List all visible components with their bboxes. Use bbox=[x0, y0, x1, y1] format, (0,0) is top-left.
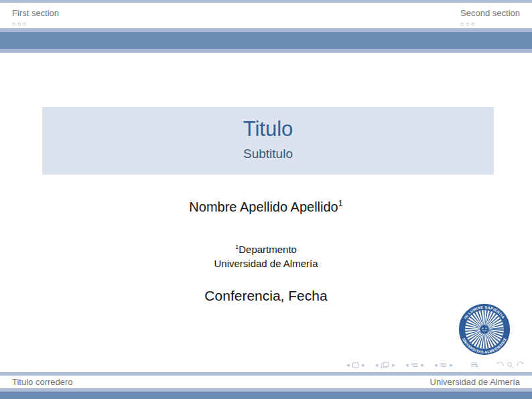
header-bottom-bar bbox=[0, 49, 532, 53]
department-line: 1Departmento bbox=[0, 240, 532, 256]
nav-frame-group: ◂ ▸ bbox=[374, 362, 397, 369]
author-line: Nombre Apellido Apellido1 bbox=[0, 199, 532, 215]
seal-sun-eye-left bbox=[482, 328, 484, 329]
title-block: Titulo Subtitulo bbox=[42, 107, 494, 175]
appendix-icon[interactable] bbox=[470, 362, 478, 368]
nav-subsection-group: ◂ ▸ bbox=[404, 362, 425, 368]
slide-subtitle: Subtitulo bbox=[42, 141, 494, 161]
conference-date-line: Conferencia, Fecha bbox=[0, 288, 532, 304]
section-link-second[interactable]: Second section bbox=[460, 8, 520, 19]
next-section-arrow-icon[interactable]: ▸ bbox=[448, 362, 454, 368]
search-icon[interactable] bbox=[507, 362, 514, 369]
footer-bottom-bar bbox=[0, 392, 532, 399]
nav-history-group bbox=[494, 362, 526, 369]
frame-icon[interactable] bbox=[381, 362, 389, 369]
redo-icon[interactable] bbox=[517, 362, 525, 369]
next-frame-arrow-icon[interactable]: ▸ bbox=[391, 362, 397, 368]
section-icon[interactable] bbox=[440, 362, 447, 368]
university-line: Universidad de Almería bbox=[0, 256, 532, 270]
header-navigation-strip: First section ○○○ Second section ○○○ bbox=[0, 3, 532, 28]
institute-block: 1Departmento Universidad de Almería bbox=[0, 240, 532, 270]
department-name: Departmento bbox=[239, 244, 297, 255]
header-main-bar bbox=[0, 32, 532, 49]
beamer-navigation-bar: ◂ ▸ ◂ ▸ ◂ ▸ ◂ ▸ bbox=[338, 360, 526, 370]
prev-frame-arrow-icon[interactable]: ◂ bbox=[374, 362, 380, 368]
next-slide-arrow-icon[interactable]: ▸ bbox=[360, 362, 367, 368]
author-name: Nombre Apellido Apellido bbox=[189, 200, 338, 214]
subsection-icon[interactable] bbox=[411, 362, 418, 368]
section-link-first[interactable]: First section bbox=[12, 8, 59, 19]
prev-section-arrow-icon[interactable]: ◂ bbox=[433, 362, 439, 368]
slide-icon[interactable] bbox=[352, 362, 359, 368]
slide-title: Titulo bbox=[42, 107, 494, 141]
nav-appendix-group bbox=[469, 362, 480, 368]
footer-short-title: Titulo corredero bbox=[12, 376, 73, 388]
nav-section-group: ◂ ▸ bbox=[433, 362, 454, 368]
nav-slide-group: ◂ ▸ bbox=[345, 362, 367, 368]
author-footnote-marker: 1 bbox=[338, 199, 343, 208]
next-subsection-arrow-icon[interactable]: ▸ bbox=[419, 362, 425, 368]
slide-canvas: First section ○○○ Second section ○○○ Tit… bbox=[0, 0, 532, 399]
header-section-second: Second section ○○○ bbox=[460, 8, 520, 27]
prev-subsection-arrow-icon[interactable]: ◂ bbox=[404, 362, 410, 368]
footer-institution: Universidad de Almería bbox=[430, 376, 520, 388]
seal-sun-face bbox=[480, 325, 489, 334]
prev-slide-arrow-icon[interactable]: ◂ bbox=[345, 362, 351, 368]
header-section-first: First section ○○○ bbox=[12, 8, 59, 27]
footer-strip: Titulo corredero Universidad de Almería bbox=[0, 376, 532, 388]
undo-icon[interactable] bbox=[496, 362, 504, 369]
university-seal-logo: IN LUMINE SAPIENTIA UNIVERSITAS ALMERIEN… bbox=[458, 303, 511, 355]
mini-frame-bullets-second[interactable]: ○○○ bbox=[460, 21, 520, 27]
mini-frame-bullets-first[interactable]: ○○○ bbox=[12, 21, 59, 27]
seal-sun-eye-right bbox=[485, 328, 486, 329]
